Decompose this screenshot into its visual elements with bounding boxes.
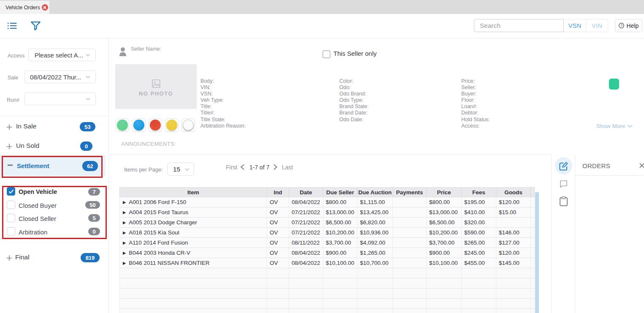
svg-text:?: ?	[620, 24, 622, 28]
